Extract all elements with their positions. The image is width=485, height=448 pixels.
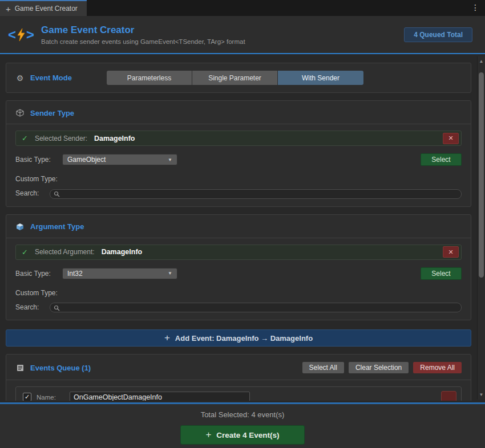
cube-outline-icon [15, 108, 25, 117]
argument-search-input[interactable] [50, 303, 462, 312]
argument-search-label: Search: [15, 303, 50, 311]
scrollbar-up-button[interactable]: ▲ [478, 59, 485, 64]
remove-queue-item-button[interactable]: ✕ [441, 391, 456, 401]
selected-argument-label: Selected Argument: [35, 248, 95, 256]
scrollbar-thumb[interactable] [479, 72, 484, 278]
content-area: ⚙ Event Mode Parameterless Single Parame… [0, 55, 485, 401]
tab-label: Game Event Creator [15, 5, 78, 13]
sender-type-title: Sender Type [30, 109, 74, 117]
argument-basic-type-dropdown[interactable]: Int32 ▼ [62, 268, 177, 279]
checkmark-icon: ✓ [25, 393, 30, 401]
total-selected-text: Total Selected: 4 event(s) [201, 410, 285, 419]
sender-type-panel: Sender Type ✓ Selected Sender: DamageInf… [6, 100, 471, 207]
page-title: Game Event Creator [41, 25, 245, 36]
queue-item-checkbox[interactable]: ✓ [23, 393, 31, 401]
add-event-label: Add Event: DamageInfo → DamageInfo [175, 334, 313, 343]
search-icon [54, 189, 60, 199]
add-event-button[interactable]: + Add Event: DamageInfo → DamageInfo [6, 329, 471, 347]
mode-button-single-parameter[interactable]: Single Parameter [192, 71, 278, 85]
argument-searchbox [50, 302, 462, 313]
queue-item-name-input[interactable] [70, 392, 250, 401]
sender-search-label: Search: [15, 189, 50, 197]
event-mode-title: Event Mode [30, 74, 72, 82]
close-icon: ✕ [446, 400, 451, 401]
plus-icon: + [205, 429, 211, 441]
clear-argument-button[interactable]: ✕ [443, 246, 459, 258]
checkmark-icon: ✓ [22, 248, 28, 256]
tab-bar: + Game Event Creator ⋮ [0, 0, 485, 16]
sender-basic-type-value: GameObject [67, 156, 168, 164]
footer: Total Selected: 4 event(s) + Create 4 Ev… [0, 402, 485, 448]
selected-sender-label: Selected Sender: [35, 135, 87, 142]
selected-sender-row: ✓ Selected Sender: DamageInfo ✕ [15, 131, 462, 146]
header: < > Game Event Creator Batch create send… [0, 16, 485, 54]
argument-type-title: Argument Type [30, 222, 84, 231]
argument-basic-type-label: Basic Type: [15, 270, 62, 278]
page-subtitle: Batch create sender events using GameEve… [41, 38, 245, 45]
close-icon: ✕ [448, 135, 453, 142]
events-queue-title: Events Queue (1) [30, 364, 91, 372]
event-mode-segmented-control: Parameterless Single Parameter With Send… [107, 71, 363, 85]
tab-game-event-creator[interactable]: + Game Event Creator [0, 0, 87, 16]
mode-button-parameterless[interactable]: Parameterless [107, 71, 192, 85]
sender-searchbox [50, 188, 462, 199]
argument-basic-type-row: Basic Type: Int32 ▼ Select [15, 267, 462, 280]
create-events-label: Create 4 Event(s) [216, 431, 279, 439]
angle-left-glyph: < [8, 27, 16, 43]
mode-button-with-sender[interactable]: With Sender [278, 71, 363, 85]
window-menu-icon[interactable]: ⋮ [471, 3, 479, 12]
clear-sender-button[interactable]: ✕ [443, 133, 459, 144]
create-events-button[interactable]: + Create 4 Event(s) [180, 425, 305, 445]
events-queue-panel: Events Queue (1) Select All Clear Select… [6, 354, 471, 401]
checkmark-icon: ✓ [22, 134, 28, 142]
list-icon [15, 363, 25, 372]
lightning-bolt-icon [16, 28, 26, 42]
tab-add-icon: + [6, 5, 11, 13]
events-queue-title-row: Events Queue (1) [15, 363, 298, 372]
sender-basic-type-dropdown[interactable]: GameObject ▼ [62, 154, 177, 165]
sender-type-title-row: Sender Type [15, 108, 462, 117]
selected-argument-value: DamageInfo [102, 248, 436, 256]
argument-type-panel: Argument Type ✓ Selected Argument: Damag… [6, 214, 471, 321]
queue-item: ✓ Name: Category Type: <GameObject, Dama… [15, 386, 462, 401]
argument-select-button[interactable]: Select [421, 267, 462, 280]
sender-select-button[interactable]: Select [421, 153, 462, 166]
selected-argument-row: ✓ Selected Argument: DamageInfo ✕ [15, 245, 462, 260]
selected-sender-value: DamageInfo [94, 135, 436, 142]
search-icon [54, 303, 60, 313]
sender-basic-type-row: Basic Type: GameObject ▼ Select [15, 153, 462, 166]
close-icon: ✕ [448, 249, 453, 256]
clear-selection-button[interactable]: Clear Selection [349, 362, 409, 373]
cube-filled-icon [15, 222, 25, 231]
chevron-down-icon: ▼ [168, 271, 172, 276]
chevron-down-icon: ▼ [168, 157, 172, 162]
sender-basic-type-label: Basic Type: [15, 156, 62, 164]
event-mode-panel: ⚙ Event Mode Parameterless Single Parame… [6, 63, 471, 93]
argument-basic-type-value: Int32 [67, 270, 168, 278]
argument-custom-type-label: Custom Type: [15, 289, 462, 297]
select-all-button[interactable]: Select All [302, 362, 344, 373]
divider [6, 124, 471, 124]
events-queue-header: Events Queue (1) Select All Clear Select… [15, 362, 462, 373]
divider [6, 380, 471, 380]
argument-search-row: Search: [15, 302, 462, 313]
vertical-scrollbar[interactable]: ▲ ▼ [477, 56, 485, 400]
header-text: Game Event Creator Batch create sender e… [41, 25, 245, 45]
sender-custom-type-label: Custom Type: [15, 175, 462, 183]
plus-icon: + [164, 332, 170, 344]
app-logo-icon: < > [8, 27, 34, 43]
queued-total-badge: 4 Queued Total [404, 27, 472, 42]
argument-type-title-row: Argument Type [15, 222, 462, 231]
angle-right-glyph: > [26, 27, 34, 43]
divider [6, 238, 471, 238]
gear-icon: ⚙ [15, 74, 25, 83]
sender-search-input[interactable] [50, 189, 462, 199]
remove-all-button[interactable]: Remove All [413, 362, 462, 373]
queue-item-grid: ✓ Name: Category Type: <GameObject, Dama… [23, 392, 436, 401]
scrollbar-down-button[interactable]: ▼ [478, 392, 485, 397]
sender-search-row: Search: [15, 188, 462, 199]
scroll-content: ⚙ Event Mode Parameterless Single Parame… [0, 63, 477, 401]
queue-item-name-label: Name: [37, 394, 65, 401]
event-mode-title-row: ⚙ Event Mode [15, 74, 107, 83]
